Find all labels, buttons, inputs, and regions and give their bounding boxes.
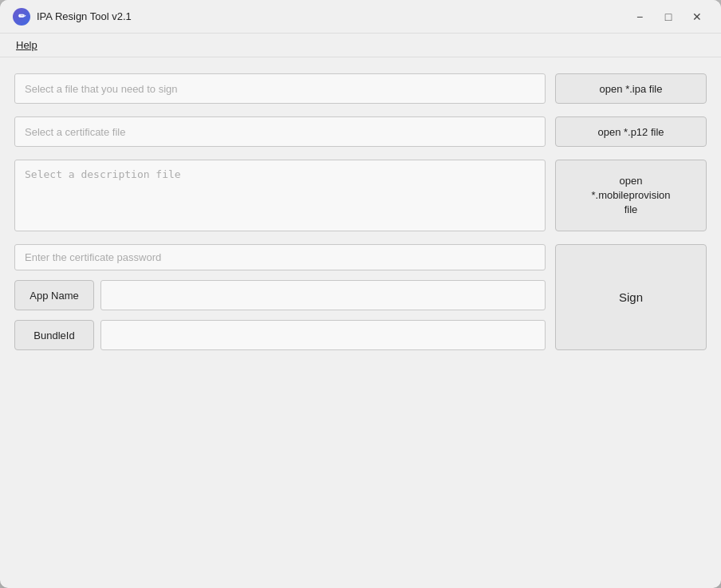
bundleid-row: BundleId [14, 320, 546, 350]
open-mobileprovision-button[interactable]: open *.mobileprovision file [555, 160, 707, 231]
help-menu[interactable]: Help [13, 37, 41, 53]
window-title: IPA Resign Tool v2.1 [37, 10, 132, 22]
open-p12-button[interactable]: open *.p12 file [555, 116, 707, 147]
content-area: open *.ipa file open *.p12 file open *.m… [0, 57, 721, 588]
appname-row: App Name [14, 280, 546, 310]
title-bar: ✏ IPA Resign Tool v2.1 − □ ✕ [0, 0, 721, 34]
ipa-row: open *.ipa file [14, 73, 707, 104]
menu-bar: Help [0, 34, 721, 57]
mobileprovision-row: open *.mobileprovision file [14, 160, 707, 231]
bottom-section: App Name BundleId Sign [14, 244, 707, 350]
minimize-button[interactable]: − [628, 6, 651, 28]
title-bar-left: ✏ IPA Resign Tool v2.1 [13, 8, 132, 26]
password-input[interactable] [14, 244, 546, 270]
certificate-file-input[interactable] [14, 116, 546, 147]
maximize-button[interactable]: □ [657, 6, 680, 28]
sign-button[interactable]: Sign [555, 244, 707, 350]
mobileprovision-file-input[interactable] [14, 160, 546, 231]
ipa-file-input[interactable] [14, 73, 546, 104]
appname-label-button[interactable]: App Name [14, 280, 94, 310]
bundleid-input[interactable] [100, 320, 546, 350]
bottom-left: App Name BundleId [14, 244, 546, 350]
bundleid-label-button[interactable]: BundleId [14, 320, 94, 350]
p12-row: open *.p12 file [14, 116, 707, 147]
window-controls: − □ ✕ [628, 6, 708, 28]
main-window: ✏ IPA Resign Tool v2.1 − □ ✕ Help open *… [0, 0, 721, 588]
appname-input[interactable] [100, 280, 546, 310]
open-ipa-button[interactable]: open *.ipa file [555, 73, 707, 104]
close-button[interactable]: ✕ [686, 6, 708, 28]
app-icon: ✏ [13, 8, 30, 26]
